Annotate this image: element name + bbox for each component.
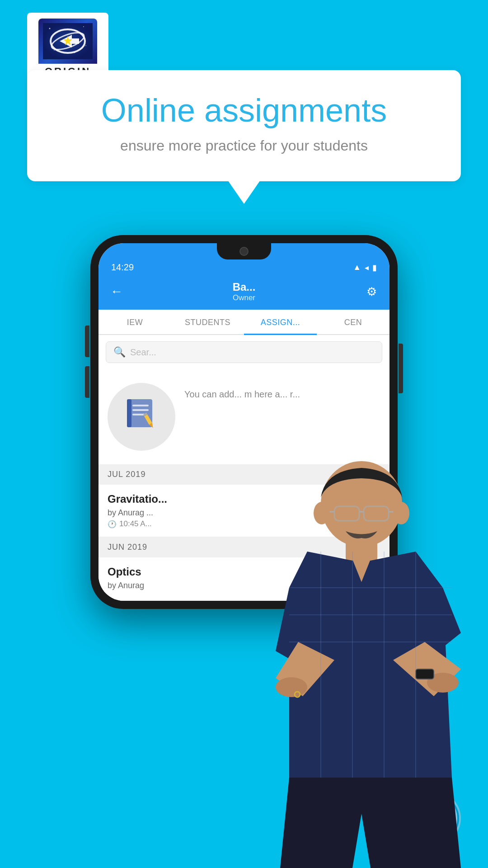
empty-icon-circle <box>108 383 175 451</box>
tab-assignments[interactable]: ASSIGN... <box>244 310 317 335</box>
svg-point-35 <box>314 502 330 524</box>
status-time: 14:29 <box>111 262 134 273</box>
tab-cen[interactable]: CEN <box>317 310 389 334</box>
status-icons: ▲ ◂ ▮ <box>353 263 377 273</box>
logo-image <box>38 19 97 64</box>
svg-rect-13 <box>132 409 149 411</box>
batch-title: Ba... <box>126 281 362 293</box>
battery-icon: ▮ <box>372 263 377 273</box>
speech-bubble: Online assignments ensure more practice … <box>27 70 461 181</box>
phone-volume-up <box>85 326 89 357</box>
search-placeholder: Sear... <box>130 347 156 358</box>
svg-point-1 <box>49 28 51 29</box>
svg-rect-14 <box>132 414 145 415</box>
search-input-wrap[interactable]: 🔍 Sear... <box>106 341 382 363</box>
app-bar-center: Ba... Owner <box>126 281 362 302</box>
app-bar: ← Ba... Owner ⚙ <box>99 276 389 310</box>
phone-notch <box>217 243 271 259</box>
signal-icon: ▲ <box>353 263 361 272</box>
svg-rect-22 <box>416 669 434 679</box>
back-button[interactable]: ← <box>108 284 126 299</box>
network-icon: ◂ <box>365 263 369 273</box>
tab-iew[interactable]: IEW <box>99 310 171 334</box>
svg-rect-11 <box>127 399 131 427</box>
empty-description: You can add... m here a... r... <box>184 383 300 401</box>
search-icon: 🔍 <box>113 346 126 358</box>
svg-point-2 <box>83 26 84 27</box>
clock-icon: 🕐 <box>108 520 117 528</box>
svg-rect-12 <box>132 405 149 406</box>
svg-point-36 <box>393 502 409 524</box>
hero-subtitle: ensure more practice for your students <box>45 137 443 154</box>
phone-volume-down <box>85 366 89 398</box>
empty-state: You can add... m here a... r... <box>99 369 389 464</box>
phone-power <box>399 344 403 393</box>
svg-point-5 <box>85 45 86 46</box>
tab-students[interactable]: STUDENTS <box>171 310 244 334</box>
phone-camera <box>239 247 249 256</box>
person-image <box>262 461 488 868</box>
notebook-icon <box>123 396 160 439</box>
hero-title: Online assignments <box>45 93 443 128</box>
batch-subtitle: Owner <box>126 293 362 302</box>
settings-icon[interactable]: ⚙ <box>362 285 380 299</box>
svg-point-4 <box>54 50 55 51</box>
svg-point-20 <box>276 677 307 697</box>
svg-rect-19 <box>346 538 377 561</box>
tabs-row: IEW STUDENTS ASSIGN... CEN <box>99 310 389 335</box>
search-bar: 🔍 Sear... <box>99 335 389 369</box>
